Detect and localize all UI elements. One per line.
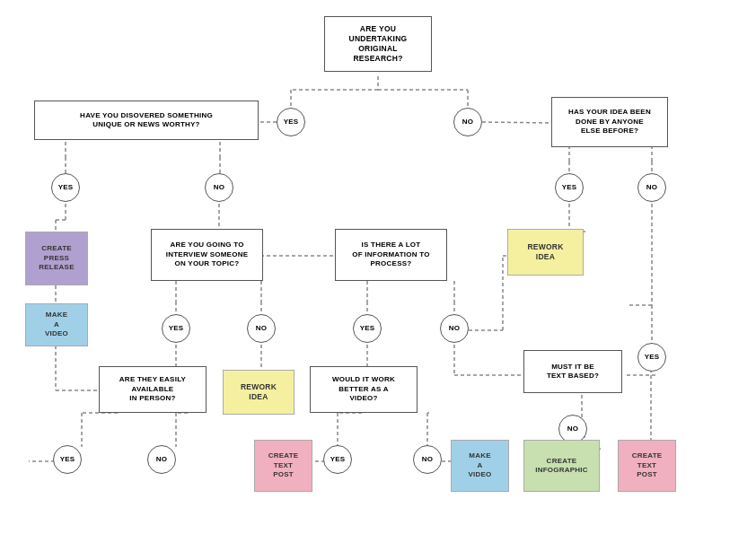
yes-start-circle: YES [277,108,305,136]
idea-done-node: HAS YOUR IDEA BEEN DONE BY ANYONE ELSE B… [551,97,668,147]
yes-lot-circle: YES [353,314,382,343]
yes-discovered-circle: YES [51,173,80,202]
interview-node: ARE YOU GOING TO INTERVIEW SOMEONE ON YO… [151,229,263,281]
flowchart: ARE YOU UNDERTAKING ORIGINAL RESEARCH? Y… [0,0,756,534]
easily-available-node: ARE THEY EASILY AVAILABLE IN PERSON? [99,366,207,413]
make-video-1-node: MAKE A VIDEO [25,303,88,346]
svg-line-6 [482,122,555,123]
work-video-node: WOULD IT WORK BETTER AS A VIDEO? [310,366,418,413]
no-start-circle: NO [453,108,482,136]
no-interview-circle: NO [247,314,276,343]
no-lot-circle: NO [440,314,469,343]
discovered-node: HAVE YOU DISOVERED SOMETHINGUNIQUE OR NE… [34,101,259,140]
yes-avail-circle: YES [53,445,82,474]
no-discovered-circle: NO [205,173,233,202]
rework-idea-1-node: REWORK IDEA [507,229,584,276]
no-workvid-circle: NO [413,445,442,474]
make-video-2-node: MAKE A VIDEO [451,440,509,492]
must-text-node: MUST IT BE TEXT BASED? [523,350,622,393]
create-text-post-1-node: CREATE TEXT POST [254,440,312,492]
rework-idea-2-node: REWORK IDEA [223,370,294,415]
yes-idea-circle: YES [555,173,584,202]
create-text-post-2-node: CREATE TEXT POST [618,440,676,492]
create-infographic-node: CREATE INFOGRAPHIC [523,440,600,492]
no-avail-circle: NO [147,445,176,474]
yes-workvid-circle: YES [323,445,352,474]
start-node: ARE YOU UNDERTAKING ORIGINAL RESEARCH? [324,16,432,72]
lot-info-node: IS THERE A LOT OF INFORMATION TO PROCESS… [335,229,447,281]
yes-must-circle: YES [637,343,666,372]
no-idea-circle: NO [637,173,666,202]
yes-interview-circle: YES [162,314,190,343]
create-press-release-node: CREATE PRESS RELEASE [25,232,88,285]
